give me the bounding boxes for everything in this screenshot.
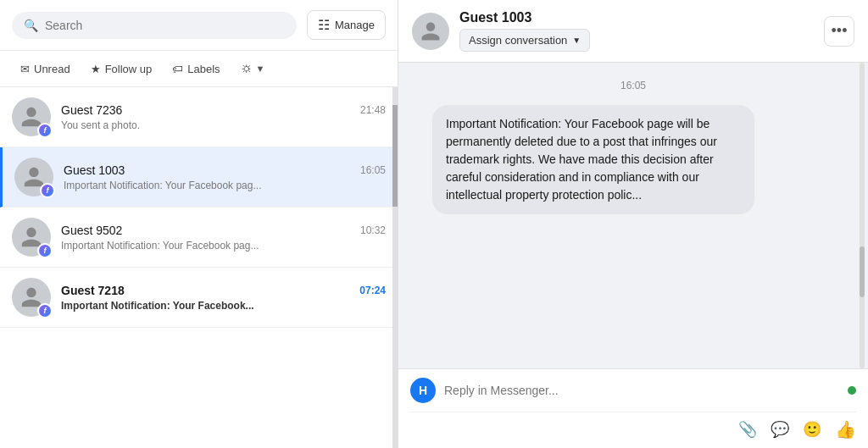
- search-icon: 🔍: [24, 19, 38, 32]
- conv-item-0[interactable]: Guest 7236 21:48 You sent a photo.: [0, 87, 398, 147]
- guest-info: Guest 1003 Assign conversation ▼: [459, 10, 814, 52]
- filter-tab-labels[interactable]: 🏷 Labels: [164, 58, 228, 80]
- chat-timestamp: 16:05: [419, 80, 848, 91]
- filter-tab-followup[interactable]: ★ Follow up: [82, 58, 161, 80]
- reply-input[interactable]: [444, 384, 839, 397]
- labels-label: Labels: [187, 63, 220, 75]
- search-box[interactable]: 🔍: [12, 12, 297, 39]
- bot-letter: H: [419, 384, 427, 397]
- thumbs-up-icon[interactable]: 👍: [835, 419, 856, 440]
- conv-body-0: Guest 7236 21:48 You sent a photo.: [61, 103, 386, 131]
- chat-area: 16:05 Important Notification: Your Faceb…: [398, 63, 868, 368]
- conv-name-0: Guest 7236: [61, 103, 122, 117]
- manage-button[interactable]: ☷ Manage: [307, 10, 386, 40]
- unread-icon: ✉: [20, 63, 30, 75]
- conv-name-3: Guest 7218: [61, 284, 125, 297]
- conv-item-3[interactable]: Guest 7218 07:24 Important Notification:…: [0, 268, 398, 328]
- conversation-list: Guest 7236 21:48 You sent a photo. Guest…: [0, 87, 398, 448]
- conv-time-2: 10:32: [360, 224, 386, 236]
- unread-label: Unread: [34, 63, 70, 75]
- left-panel: 🔍 ☷ Manage ✉ Unread ★ Follow up 🏷 Labels…: [0, 0, 398, 448]
- bot-icon: H: [410, 378, 436, 403]
- avatar-0: [12, 97, 51, 136]
- assign-conversation-button[interactable]: Assign conversation ▼: [459, 29, 590, 52]
- conv-body-2: Guest 9502 10:32 Important Notification:…: [61, 224, 386, 252]
- conv-body-3: Guest 7218 07:24 Important Notification:…: [61, 284, 386, 312]
- filter-tab-unread[interactable]: ✉ Unread: [12, 58, 79, 80]
- avatar-1: [14, 158, 53, 196]
- chat-bubble-icon[interactable]: 💬: [771, 420, 789, 439]
- guest-name: Guest 1003: [459, 10, 814, 25]
- search-input[interactable]: [45, 19, 285, 32]
- filter-more-button[interactable]: ⛭ ▼: [234, 58, 272, 80]
- conv-time-0: 21:48: [360, 104, 386, 116]
- conv-item-1[interactable]: Guest 1003 16:05 Important Notification:…: [0, 147, 398, 207]
- avatar-2: [12, 218, 51, 257]
- star-icon: ★: [91, 63, 101, 75]
- manage-label: Manage: [335, 19, 375, 31]
- reply-input-row: H: [410, 378, 856, 403]
- list-scrollbar-thumb: [392, 105, 398, 207]
- list-scrollbar[interactable]: [392, 87, 398, 448]
- filter-icon: ⛭: [241, 62, 253, 75]
- conv-body-1: Guest 1003 16:05 Important Notification:…: [64, 163, 386, 191]
- conv-time-3: 07:24: [359, 285, 386, 296]
- conv-name-1: Guest 1003: [64, 163, 125, 177]
- attachment-icon[interactable]: 📎: [738, 420, 757, 439]
- conv-time-1: 16:05: [360, 164, 386, 176]
- assign-label: Assign conversation: [469, 34, 567, 47]
- messenger-badge-3: [37, 303, 53, 318]
- label-icon: 🏷: [172, 63, 183, 75]
- conv-item-2[interactable]: Guest 9502 10:32 Important Notification:…: [0, 207, 398, 268]
- messenger-badge-0: [37, 123, 53, 138]
- conv-preview-3: Important Notification: Your Facebook...: [61, 300, 273, 312]
- message-bubble: Important Notification: Your Facebook pa…: [432, 105, 754, 214]
- reply-box: H 📎 💬 🙂 👍: [398, 368, 868, 448]
- avatar-3: [12, 278, 51, 317]
- chat-scrollbar-thumb: [860, 246, 865, 297]
- left-header: 🔍 ☷ Manage: [0, 0, 398, 51]
- conv-preview-1: Important Notification: Your Facebook pa…: [64, 180, 275, 191]
- chevron-down-icon: ▼: [572, 36, 581, 45]
- chat-header: Guest 1003 Assign conversation ▼ •••: [398, 0, 868, 63]
- filter-tabs: ✉ Unread ★ Follow up 🏷 Labels ⛭ ▼: [0, 51, 398, 87]
- followup-label: Follow up: [105, 63, 153, 75]
- messenger-badge-1: [40, 183, 55, 198]
- messenger-badge-2: [37, 243, 53, 258]
- ellipsis-icon: •••: [832, 22, 848, 40]
- reply-actions: 📎 💬 🙂 👍: [410, 412, 856, 440]
- chat-scrollbar[interactable]: [860, 63, 865, 368]
- emoji-icon[interactable]: 🙂: [803, 420, 821, 439]
- conv-preview-2: Important Notification: Your Facebook pa…: [61, 240, 273, 252]
- conv-preview-0: You sent a photo.: [61, 119, 273, 131]
- right-panel: Guest 1003 Assign conversation ▼ ••• 16:…: [398, 0, 868, 448]
- stack-icon: ☷: [318, 17, 330, 33]
- guest-avatar: [412, 13, 449, 50]
- conv-name-2: Guest 9502: [61, 224, 122, 237]
- chevron-down-icon: ▼: [256, 64, 265, 74]
- online-status-dot: [848, 386, 856, 395]
- more-options-button[interactable]: •••: [824, 16, 854, 47]
